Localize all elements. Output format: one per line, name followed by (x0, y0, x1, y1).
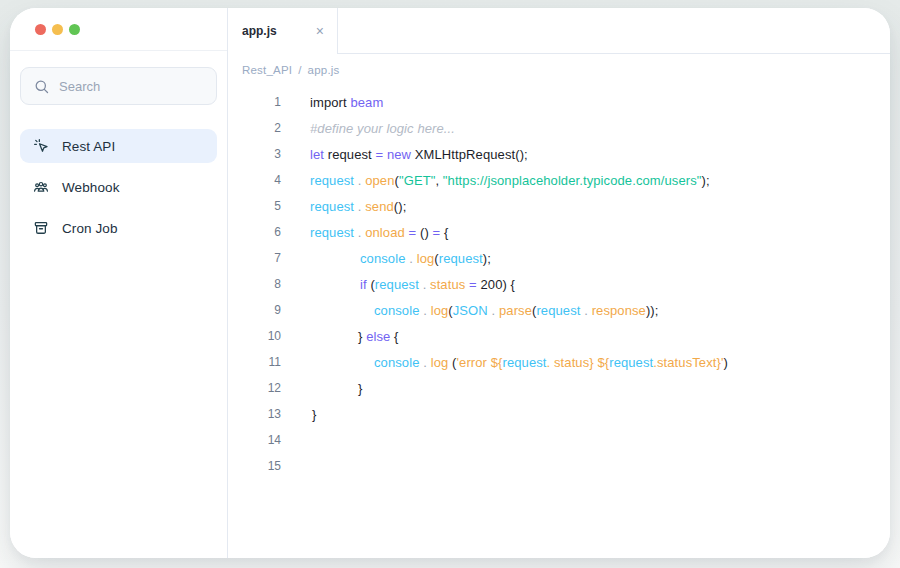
code-line-8[interactable]: 8if (request . status = 200) { (228, 271, 890, 297)
line-number: 1 (228, 95, 281, 109)
users-group-icon (32, 178, 50, 196)
code-text: console . log ('error ${request. status}… (310, 355, 728, 370)
line-number: 12 (228, 381, 281, 395)
sidebar-item-webhook[interactable]: Webhook (20, 170, 217, 204)
app-window: Rest APIWebhookCron Job app.js × Rest_AP… (10, 8, 890, 558)
breadcrumb-file[interactable]: app.js (308, 64, 340, 76)
line-number: 11 (228, 355, 281, 369)
code-line-5[interactable]: 5request . send(); (228, 193, 890, 219)
line-number: 6 (228, 225, 281, 239)
tab-label: app.js (242, 24, 277, 38)
code-line-1[interactable]: 1import beam (228, 89, 890, 115)
breadcrumb-separator: / (298, 64, 301, 76)
line-number: 10 (228, 329, 281, 343)
sidebar-item-rest-api[interactable]: Rest API (20, 129, 217, 163)
code-line-4[interactable]: 4request . open("GET", "https://jsonplac… (228, 167, 890, 193)
code-text: if (request . status = 200) { (310, 277, 515, 292)
code-line-6[interactable]: 6request . onload = () = { (228, 219, 890, 245)
code-text: request . open("GET", "https://jsonplace… (310, 173, 710, 188)
line-number: 15 (228, 459, 281, 473)
code-text: } else { (310, 329, 399, 344)
line-number: 9 (228, 303, 281, 317)
sidebar-items: Rest APIWebhookCron Job (20, 129, 217, 245)
breadcrumb: Rest_API / app.js (228, 54, 890, 76)
code-line-10[interactable]: 10} else { (228, 323, 890, 349)
editor-panel: app.js × Rest_API / app.js 1import beam2… (228, 8, 890, 558)
code-text: request . onload = () = { (310, 225, 448, 240)
code-line-13[interactable]: 13} (228, 401, 890, 427)
code-text: console . log(request); (310, 251, 491, 266)
cursor-click-icon (32, 137, 50, 155)
line-number: 2 (228, 121, 281, 135)
zoom-traffic-light[interactable] (69, 24, 80, 35)
close-traffic-light[interactable] (35, 24, 46, 35)
code-line-9[interactable]: 9console . log(JSON . parse(request . re… (228, 297, 890, 323)
code-text: let request = new XMLHttpRequest(); (310, 147, 528, 162)
sidebar-item-label: Webhook (62, 180, 120, 195)
minimize-traffic-light[interactable] (52, 24, 63, 35)
code-text: } (310, 407, 316, 422)
code-line-7[interactable]: 7console . log(request); (228, 245, 890, 271)
code-line-15[interactable]: 15 (228, 453, 890, 479)
code-line-11[interactable]: 11console . log ('error ${request. statu… (228, 349, 890, 375)
code-line-2[interactable]: 2#define your logic here... (228, 115, 890, 141)
search-box[interactable] (20, 67, 217, 105)
line-number: 13 (228, 407, 281, 421)
search-input[interactable] (59, 79, 204, 94)
code-text: request . send(); (310, 199, 406, 214)
breadcrumb-folder[interactable]: Rest_API (242, 64, 292, 76)
close-icon[interactable]: × (316, 24, 324, 38)
code-text: #define your logic here... (310, 121, 455, 136)
sidebar-item-cron-job[interactable]: Cron Job (20, 211, 217, 245)
window-titlebar (10, 8, 227, 51)
tab-bar: app.js × (228, 8, 890, 54)
code-line-12[interactable]: 12} (228, 375, 890, 401)
line-number: 5 (228, 199, 281, 213)
line-number: 4 (228, 173, 281, 187)
sidebar: Rest APIWebhookCron Job (10, 8, 228, 558)
line-number: 14 (228, 433, 281, 447)
sidebar-item-label: Rest API (62, 139, 115, 154)
code-text: } (310, 381, 362, 396)
code-editor[interactable]: 1import beam2#define your logic here...3… (228, 89, 890, 479)
line-number: 7 (228, 251, 281, 265)
archive-box-icon (32, 219, 50, 237)
code-line-3[interactable]: 3let request = new XMLHttpRequest(); (228, 141, 890, 167)
tab-app-js[interactable]: app.js × (228, 8, 338, 54)
code-text: console . log(JSON . parse(request . res… (310, 303, 659, 318)
search-icon (33, 78, 50, 95)
line-number: 8 (228, 277, 281, 291)
code-text: import beam (310, 95, 383, 110)
line-number: 3 (228, 147, 281, 161)
sidebar-item-label: Cron Job (62, 221, 118, 236)
code-line-14[interactable]: 14 (228, 427, 890, 453)
